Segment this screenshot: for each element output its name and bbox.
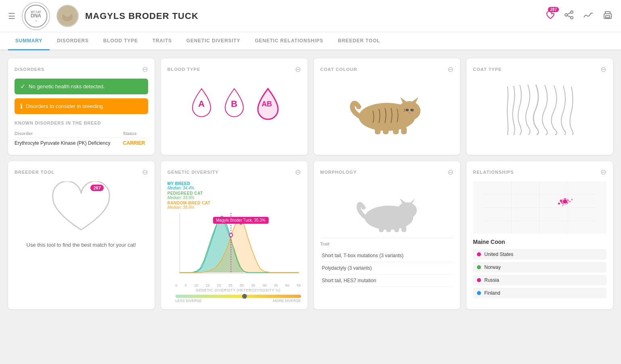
like-button[interactable]: 287 <box>545 10 556 22</box>
country-name-norway: Norway <box>484 264 501 270</box>
morphology-traits-section: Trait Short tail, T-box mutations (3 var… <box>320 238 454 287</box>
tab-disorders[interactable]: DISORDERS <box>50 32 96 50</box>
svg-point-53 <box>562 205 564 206</box>
morphology-collapse[interactable]: ⊖ <box>447 168 454 177</box>
table-header-row: Disorder Status <box>15 129 148 138</box>
disorders-card-header: DISORDERS ⊖ <box>15 65 148 74</box>
tabby-cat-silhouette <box>343 83 431 135</box>
tab-summary[interactable]: SUMMARY <box>8 32 50 50</box>
svg-point-56 <box>571 199 573 200</box>
coat-type-title: COAT TYPE <box>473 67 502 72</box>
svg-point-57 <box>563 200 567 204</box>
legend-random-median: Median: 38.9% <box>167 205 301 210</box>
svg-rect-35 <box>379 226 384 232</box>
country-dot-russia <box>477 278 481 282</box>
coat-colour-header: COAT COLOUR ⊖ <box>320 65 454 74</box>
morphology-card-header: MORPHOLOGY ⊖ <box>320 168 454 177</box>
country-list: United States Norway Russia Finland <box>473 249 606 298</box>
svg-text:DNA: DNA <box>31 12 41 18</box>
tab-traits[interactable]: TRAITS <box>145 32 179 50</box>
disorders-collapse[interactable]: ⊖ <box>142 65 148 74</box>
breeder-description: Use this tool to find the best match for… <box>15 242 148 248</box>
relationships-scatter-plot <box>473 181 606 234</box>
less-diverse-label: LESS DIVERSE <box>176 299 202 303</box>
coat-type-card: COAT TYPE ⊖ <box>466 58 613 155</box>
country-name-finland: Finland <box>484 290 500 296</box>
blood-drops: A B AB <box>167 79 301 129</box>
tab-breeder-tool[interactable]: BREEDER TOOL <box>330 32 387 50</box>
svg-point-55 <box>558 203 560 205</box>
legend-pedigreed-median: Median: 33.9% <box>167 196 301 200</box>
svg-rect-26 <box>401 127 407 134</box>
breeder-tool-card: BREEDER TOOL ⊖ 287 Use this tool to find… <box>8 161 155 309</box>
trait-row-3: Short tail, HES7 mutation <box>320 275 454 287</box>
svg-rect-25 <box>393 128 399 134</box>
navigation: SUMMARY DISORDERS BLOOD TYPE TRAITS GENE… <box>0 32 621 50</box>
relationships-card-header: RELATIONSHIPS ⊖ <box>473 168 606 177</box>
breeder-collapse[interactable]: ⊖ <box>142 168 148 177</box>
diversity-legend: MY BREED Median: 34.4% PEDIGREED CAT Med… <box>167 181 301 210</box>
header-actions: 287 <box>545 10 613 22</box>
country-dot-us <box>477 252 481 256</box>
disorders-title: DISORDERS <box>15 67 44 72</box>
svg-point-32 <box>397 202 417 218</box>
coat-type-collapse[interactable]: ⊖ <box>600 65 606 74</box>
disorder-status: CARRIER <box>123 138 148 149</box>
svg-point-10 <box>571 17 573 19</box>
tab-genetic-diversity[interactable]: GENETIC DIVERSITY <box>179 32 248 50</box>
col-status: Status <box>123 129 148 138</box>
disorders-table: Disorder Status Erythrocyte Pyruvate Kin… <box>15 129 148 148</box>
cat-name: MAGYLS BRODER TUCK <box>85 11 539 21</box>
diversity-position-indicator <box>242 294 247 299</box>
blood-collapse[interactable]: ⊖ <box>295 65 301 74</box>
x-axis-ticks: 0 5 10 15 20 25 30 35 40 45 50 55 <box>167 283 301 287</box>
disorders-card: DISORDERS ⊖ ✓ No genetic health risks de… <box>8 58 155 155</box>
diversity-tooltip: Magyls Broder Tuck, 35.3% <box>213 217 269 224</box>
genetic-diversity-card: GENETIC DIVERSITY ⊖ MY BREED Median: 34.… <box>161 161 307 309</box>
breed-title: Maine Coon <box>473 239 606 245</box>
svg-rect-15 <box>606 16 610 18</box>
legend-my-breed: MY BREED Median: 34.4% <box>167 181 301 190</box>
compare-button[interactable] <box>582 10 594 22</box>
breeder-badge: 287 <box>90 185 103 191</box>
scatter-svg <box>473 181 606 234</box>
diversity-collapse[interactable]: ⊖ <box>295 168 301 177</box>
trait-row-2: Polydactyly (3 variants) <box>320 262 454 275</box>
tab-blood-type[interactable]: BLOOD TYPE <box>96 32 145 50</box>
share-button[interactable] <box>564 10 574 22</box>
svg-rect-37 <box>394 227 399 232</box>
blood-label-a: A <box>198 99 205 109</box>
trait-name-1: Short tail, T-box mutations (3 variants) <box>320 250 454 262</box>
avatar <box>56 5 79 27</box>
col-disorder: Disorder <box>15 129 123 138</box>
country-dot-finland <box>477 291 481 295</box>
relationships-collapse[interactable]: ⊖ <box>600 168 606 177</box>
logo: MY CAT DNA ™ <box>22 2 50 30</box>
tab-genetic-relationships[interactable]: GENETIC RELATIONSHIPS <box>247 32 330 50</box>
legend-my-breed-label: MY BREED <box>167 181 301 186</box>
header: ☰ MY CAT DNA ™ MAGYLS BRODER TUCK 287 <box>0 0 621 32</box>
breeder-card-header: BREEDER TOOL ⊖ <box>15 168 148 177</box>
more-diverse-label: MORE DIVERSE <box>273 299 301 303</box>
legend-pedigreed: PEDIGREED CAT Median: 33.9% <box>167 191 301 200</box>
svg-text:™: ™ <box>35 20 37 22</box>
x-axis-label: GENETIC DIVERSITY (HETEROZYGOSITY %) <box>167 288 301 292</box>
coat-colour-collapse[interactable]: ⊖ <box>447 65 454 74</box>
breeder-title: BREEDER TOOL <box>15 170 54 175</box>
svg-marker-19 <box>410 97 418 104</box>
cat-coat-image <box>320 79 454 139</box>
country-item-finland: Finland <box>473 288 606 298</box>
hamburger-menu[interactable]: ☰ <box>8 11 15 21</box>
print-button[interactable] <box>602 10 613 22</box>
legend-random-label: RANDOM-BRED CAT <box>167 201 301 205</box>
diversity-card-header: GENETIC DIVERSITY ⊖ <box>167 168 301 177</box>
breeding-alert: ℹ Disorders to consider in breeding. <box>15 98 148 114</box>
country-item-norway: Norway <box>473 262 606 272</box>
svg-point-30 <box>229 233 232 237</box>
relationships-title: RELATIONSHIPS <box>473 170 514 175</box>
heart-icon <box>49 181 113 238</box>
warning-icon: ℹ <box>20 102 23 110</box>
heart-container[interactable]: 287 <box>15 181 148 238</box>
coat-type-visual <box>473 79 606 139</box>
svg-marker-33 <box>400 198 406 204</box>
